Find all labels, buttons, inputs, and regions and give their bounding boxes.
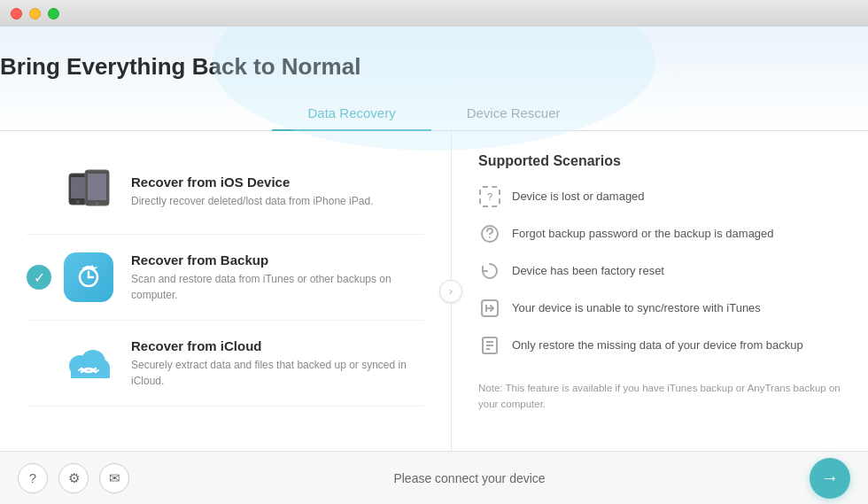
ios-item-desc: Directly recover deleted/lost data from … [131,193,373,209]
icloud-item-text: Recover from iCloud Securely extract dat… [131,338,415,389]
scenarios-title: Supported Scenarios [478,153,841,169]
svg-point-2 [76,200,80,204]
status-text: Please connect your device [393,471,545,485]
sync-icon [478,297,501,320]
missing-icon [478,334,501,357]
ios-device-icon [62,165,115,218]
svg-rect-1 [71,177,85,198]
svg-point-5 [96,202,99,205]
svg-rect-4 [88,174,106,200]
scenario-lost: ? Device is lost or damaged [478,185,841,208]
svg-point-12 [489,236,491,238]
content-area: Recover from iOS Device Directly recover… [0,131,868,451]
ios-item-text: Recover from iOS Device Directly recover… [131,174,373,209]
scenario-password-text: Forgot backup password or the backup is … [512,222,774,243]
mail-icon: ✉ [109,470,120,486]
footer-icon-group: ? ⚙ ✉ [18,463,129,493]
scenario-password: Forgot backup password or the backup is … [478,222,841,245]
arrow-right-icon: → [821,468,839,488]
maximize-button[interactable] [48,8,59,19]
lost-icon: ? [478,185,501,208]
settings-button[interactable]: ⚙ [58,463,89,493]
header-section: Bring Everything Back to Normal Data Rec… [0,27,868,131]
main-window: Bring Everything Back to Normal Data Rec… [0,27,868,451]
icloud-icon [62,337,115,390]
email-button[interactable]: ✉ [99,463,129,493]
panel-divider-chevron: › [439,280,462,303]
help-icon: ? [29,470,36,485]
backup-item-text: Recover from Backup Scan and restore dat… [131,252,415,303]
backup-item-desc: Scan and restore data from iTunes or oth… [131,271,415,303]
reset-icon [478,260,501,283]
scenario-reset-text: Device has been factory reset [512,260,664,280]
scenario-reset: Device has been factory reset [478,260,841,283]
recover-icloud-item[interactable]: Recover from iCloud Securely extract dat… [27,321,424,407]
title-bar [0,0,868,27]
scenario-missing-text: Only restore the missing data of your de… [512,334,803,354]
footer: ? ⚙ ✉ Please connect your device → [0,451,868,504]
backup-item-title: Recover from Backup [131,252,415,268]
left-panel: Recover from iOS Device Directly recover… [0,131,452,451]
check-mark-icon: ✓ [27,265,51,290]
next-button[interactable]: → [810,458,850,499]
icloud-item-desc: Securely extract data and files that bac… [131,357,415,389]
scenario-lost-text: Device is lost or damaged [512,185,645,205]
scenarios-note: Note: This feature is available if you h… [478,371,841,413]
scenario-sync: Your device is unable to sync/restore wi… [478,297,841,320]
recover-backup-item[interactable]: ✓ Recover from Backup Scan and restore d… [27,235,424,321]
icloud-item-title: Recover from iCloud [131,338,415,353]
ios-item-title: Recover from iOS Device [131,174,373,190]
recover-ios-item[interactable]: Recover from iOS Device Directly recover… [27,149,424,235]
gear-icon: ⚙ [68,470,80,486]
backup-icon [62,251,115,304]
right-panel: Supported Scenarios ? Device is lost or … [452,131,868,451]
scenario-missing: Only restore the missing data of your de… [478,334,841,357]
minimize-button[interactable] [29,8,41,19]
close-button[interactable] [11,8,22,19]
help-button[interactable]: ? [18,463,48,493]
scenario-sync-text: Your device is unable to sync/restore wi… [512,297,761,317]
password-icon [478,222,501,245]
